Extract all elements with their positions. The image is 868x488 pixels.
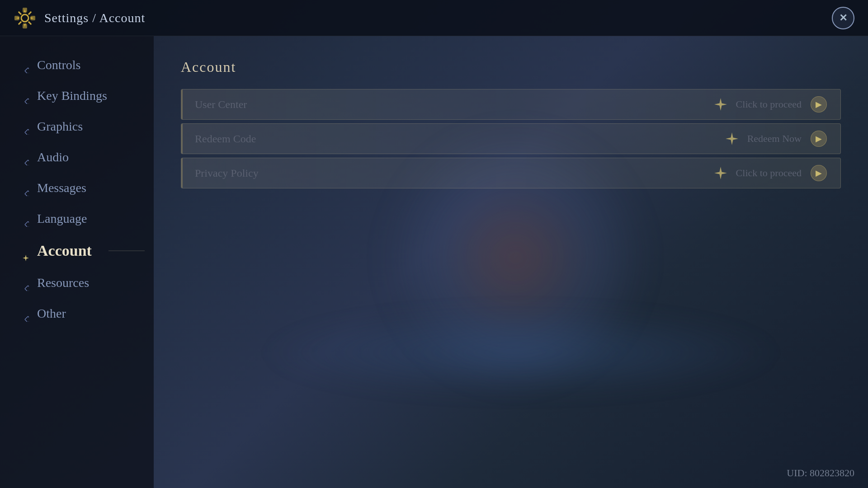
svg-rect-11 <box>25 286 29 291</box>
section-title: Account <box>181 59 841 75</box>
svg-rect-1 <box>23 8 27 12</box>
row-action-label-user-center: Click to proceed <box>736 99 802 110</box>
diamond-icon <box>23 310 29 317</box>
sidebar: Controls Key Bindings Graphics Audio Mes… <box>0 36 154 488</box>
sparkle-icon <box>714 167 727 179</box>
sparkle-icon <box>714 98 727 111</box>
sidebar-item-resources[interactable]: Resources <box>0 267 154 298</box>
svg-rect-7 <box>25 129 29 135</box>
setting-row-privacy-policy[interactable]: Privacy Policy Click to proceed▶ <box>181 158 841 188</box>
svg-rect-3 <box>14 16 19 20</box>
uid-display: UID: 802823820 <box>787 467 854 479</box>
sidebar-item-label-account: Account <box>37 242 92 259</box>
svg-rect-6 <box>25 99 29 104</box>
sidebar-item-controls[interactable]: Controls <box>0 50 154 80</box>
diamond-icon <box>23 280 29 286</box>
arrow-icon: ▶ <box>811 96 827 113</box>
row-action-privacy-policy: Click to proceed▶ <box>714 165 827 181</box>
header: Settings / Account ✕ <box>0 0 868 36</box>
diamond-icon <box>23 123 29 130</box>
svg-rect-9 <box>25 191 29 196</box>
row-action-label-redeem-code: Redeem Now <box>747 133 802 145</box>
row-action-label-privacy-policy: Click to proceed <box>736 167 802 179</box>
sidebar-item-messages[interactable]: Messages <box>0 173 154 203</box>
svg-rect-5 <box>25 68 29 73</box>
diamond-icon <box>23 248 29 254</box>
sidebar-item-label-other: Other <box>37 306 66 321</box>
arrow-icon: ▶ <box>811 131 827 147</box>
row-action-user-center: Click to proceed▶ <box>714 96 827 113</box>
sidebar-item-label-language: Language <box>37 211 87 226</box>
diamond-icon <box>23 154 29 160</box>
setting-row-user-center[interactable]: User Center Click to proceed▶ <box>181 89 841 120</box>
sidebar-item-audio[interactable]: Audio <box>0 142 154 173</box>
sidebar-item-language[interactable]: Language <box>0 203 154 234</box>
sidebar-item-label-messages: Messages <box>37 181 86 195</box>
sparkle-icon <box>726 132 738 145</box>
row-label-privacy-policy: Privacy Policy <box>195 167 259 179</box>
sidebar-item-graphics[interactable]: Graphics <box>0 111 154 142</box>
arrow-icon: ▶ <box>811 165 827 181</box>
diamond-icon <box>23 93 29 99</box>
svg-rect-8 <box>25 160 29 165</box>
sidebar-item-label-audio: Audio <box>37 150 69 164</box>
sidebar-item-label-key-bindings: Key Bindings <box>37 89 107 103</box>
row-label-user-center: User Center <box>195 99 247 111</box>
svg-point-0 <box>21 14 28 22</box>
svg-rect-10 <box>25 221 29 227</box>
sidebar-item-account[interactable]: Account <box>0 234 154 267</box>
setting-row-redeem-code[interactable]: Redeem Code Redeem Now▶ <box>181 123 841 154</box>
sidebar-item-label-graphics: Graphics <box>37 119 83 134</box>
sidebar-item-key-bindings[interactable]: Key Bindings <box>0 80 154 111</box>
sidebar-item-label-controls: Controls <box>37 58 80 72</box>
diamond-icon <box>23 216 29 222</box>
diamond-icon <box>23 62 29 68</box>
close-button[interactable]: ✕ <box>832 7 854 29</box>
gear-icon <box>14 7 36 29</box>
header-title: Settings / Account <box>44 11 145 25</box>
svg-rect-2 <box>23 24 27 28</box>
svg-rect-12 <box>25 316 29 322</box>
diamond-icon <box>23 185 29 191</box>
close-icon: ✕ <box>839 12 847 24</box>
main-content: Account User Center Click to proceed▶Red… <box>154 36 868 488</box>
svg-rect-4 <box>31 16 35 20</box>
sidebar-item-label-resources: Resources <box>37 276 89 290</box>
sidebar-item-other[interactable]: Other <box>0 298 154 329</box>
row-label-redeem-code: Redeem Code <box>195 133 256 145</box>
row-action-redeem-code: Redeem Now▶ <box>726 131 827 147</box>
